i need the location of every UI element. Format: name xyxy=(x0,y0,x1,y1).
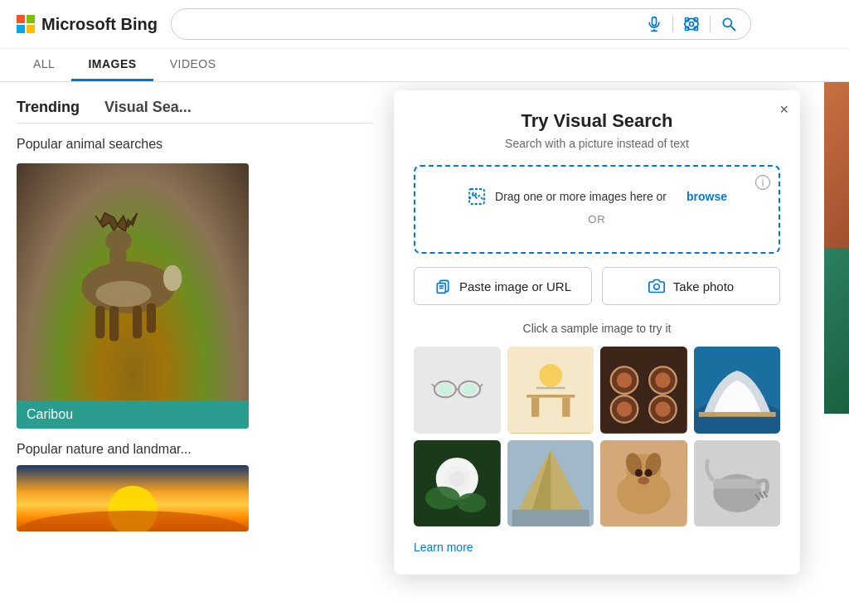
sun-landscape xyxy=(17,465,249,531)
divider2 xyxy=(710,16,711,32)
svg-point-68 xyxy=(635,468,643,476)
sample-image-3[interactable] xyxy=(600,347,687,434)
svg-rect-15 xyxy=(133,306,142,338)
svg-rect-21 xyxy=(469,189,484,204)
svg-rect-35 xyxy=(507,347,594,434)
modal-title: Try Visual Search xyxy=(414,110,780,132)
strip-img-2 xyxy=(824,248,849,414)
svg-point-27 xyxy=(653,284,659,290)
svg-point-70 xyxy=(638,477,649,484)
drop-zone-inner: Drag one or more images here or browse xyxy=(429,187,765,206)
svg-line-9 xyxy=(730,26,735,30)
watering-can-icon xyxy=(694,440,781,527)
svg-point-57 xyxy=(425,486,460,509)
take-photo-label: Take photo xyxy=(673,279,734,293)
divider1 xyxy=(672,16,673,32)
sample-image-5[interactable] xyxy=(414,440,501,527)
caribou-image[interactable]: Caribou xyxy=(17,163,249,429)
tab-all[interactable]: ALL xyxy=(17,49,71,81)
camera-icon xyxy=(648,278,665,294)
sample-image-1[interactable] xyxy=(414,347,501,434)
tab-videos[interactable]: VIDEOS xyxy=(153,49,233,81)
sunglasses-icon xyxy=(430,373,484,406)
svg-point-46 xyxy=(617,372,633,388)
svg-point-39 xyxy=(539,364,562,387)
ms-sq4 xyxy=(27,25,35,33)
svg-rect-73 xyxy=(713,478,761,488)
svg-rect-0 xyxy=(653,17,657,26)
white-rose-icon xyxy=(414,440,501,527)
svg-rect-52 xyxy=(698,412,775,417)
caribou-label: Caribou xyxy=(17,400,249,429)
svg-point-33 xyxy=(439,384,452,395)
tab-trending[interactable]: Trending xyxy=(17,99,80,123)
svg-point-17 xyxy=(163,265,182,291)
take-photo-button[interactable]: Take photo xyxy=(602,267,780,305)
paste-icon xyxy=(434,278,451,294)
brand-name: Microsoft Bing xyxy=(41,15,158,34)
search-bar xyxy=(171,8,751,40)
nature-image[interactable] xyxy=(17,465,249,531)
paste-label: Paste image or URL xyxy=(459,279,571,293)
coffee-cups-icon xyxy=(600,347,687,434)
search-button[interactable] xyxy=(720,16,737,32)
microsoft-icon xyxy=(17,15,35,33)
left-panel: Trending Visual Sea... Popular animal se… xyxy=(0,82,390,607)
bing-logo: Microsoft Bing xyxy=(17,15,158,34)
svg-rect-37 xyxy=(531,398,539,417)
sample-label: Click a sample image to try it xyxy=(414,322,780,335)
sample-image-6[interactable] xyxy=(507,440,594,527)
strip-img-1 xyxy=(824,82,849,248)
action-buttons: Paste image or URL Take photo xyxy=(414,267,780,305)
search-input[interactable] xyxy=(185,17,636,32)
svg-point-3 xyxy=(690,22,694,27)
learn-more-link[interactable]: Learn more xyxy=(414,541,473,554)
browse-link[interactable]: browse xyxy=(686,190,727,203)
section-tabs: Trending Visual Sea... xyxy=(17,99,373,124)
ms-sq2 xyxy=(27,15,35,23)
sample-image-7[interactable] xyxy=(600,440,687,527)
svg-rect-16 xyxy=(147,303,156,333)
main-content: Trending Visual Sea... Popular animal se… xyxy=(0,82,849,607)
right-strip xyxy=(824,82,849,607)
opera-house-icon xyxy=(694,347,781,434)
svg-point-18 xyxy=(95,281,151,307)
svg-point-10 xyxy=(106,230,132,252)
svg-line-32 xyxy=(480,384,483,386)
svg-rect-14 xyxy=(109,306,119,342)
svg-point-20 xyxy=(17,511,249,531)
mic-button[interactable] xyxy=(646,16,662,32)
caribou-silhouette xyxy=(40,190,226,376)
svg-point-48 xyxy=(617,401,633,417)
svg-point-56 xyxy=(449,471,465,487)
sample-image-2[interactable] xyxy=(507,347,594,434)
svg-rect-41 xyxy=(600,347,687,434)
or-label: OR xyxy=(429,213,765,226)
info-icon[interactable]: i xyxy=(755,175,770,190)
svg-line-31 xyxy=(431,384,434,386)
visual-search-modal: × Try Visual Search Search with a pictur… xyxy=(394,90,800,575)
svg-rect-40 xyxy=(536,387,565,389)
sample-image-4[interactable] xyxy=(694,347,781,434)
popular-animal-label: Popular animal searches xyxy=(17,137,373,152)
svg-point-58 xyxy=(457,492,486,512)
svg-rect-13 xyxy=(95,306,104,338)
svg-point-69 xyxy=(644,468,652,476)
svg-rect-38 xyxy=(562,398,570,417)
drop-zone[interactable]: i Drag one or more images here or browse… xyxy=(414,165,780,254)
ms-sq1 xyxy=(17,15,25,23)
sample-grid xyxy=(414,347,780,526)
tab-images[interactable]: IMAGES xyxy=(71,49,153,81)
paste-button[interactable]: Paste image or URL xyxy=(414,267,592,305)
visual-search-button[interactable] xyxy=(683,16,700,32)
pyramid-icon xyxy=(507,440,594,527)
svg-point-49 xyxy=(655,401,671,417)
sample-image-8[interactable] xyxy=(694,440,781,527)
close-button[interactable]: × xyxy=(779,102,788,117)
tab-visual-search[interactable]: Visual Sea... xyxy=(104,99,192,123)
svg-point-47 xyxy=(655,372,671,388)
header: Microsoft Bing xyxy=(0,0,849,49)
dining-room-icon xyxy=(507,347,594,434)
search-icons xyxy=(646,16,737,32)
svg-point-34 xyxy=(463,384,476,395)
